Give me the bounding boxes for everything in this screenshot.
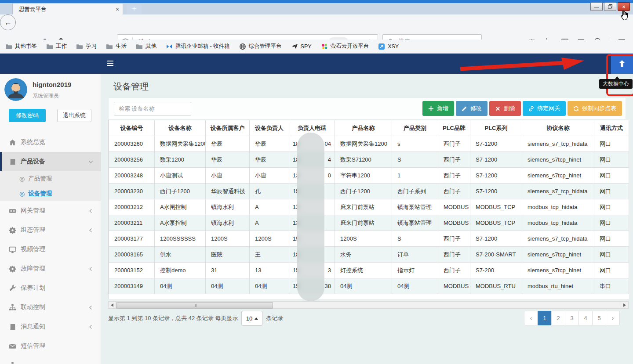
username: hignton2019	[33, 81, 71, 88]
table-row[interactable]: 200003152控制demo3113153灯控系统指示灯西门子S7-200si…	[109, 263, 629, 278]
column-header[interactable]: 通讯方式	[594, 120, 629, 136]
horizontal-scrollbar[interactable]	[108, 301, 629, 309]
browser-tab[interactable]: 思普云平台 ×	[12, 3, 123, 15]
ezviz-icon	[321, 43, 328, 50]
bookmark-mgmt-platform[interactable]: 综合管理平台	[239, 43, 282, 50]
column-header[interactable]: 产品名称	[335, 120, 392, 136]
user-role: 系统管理员	[33, 92, 59, 100]
sidebar-item-label: 产品管理	[28, 175, 52, 183]
page-button[interactable]: 4	[578, 311, 593, 325]
cell: 数采S71200	[335, 152, 392, 168]
cell: MODBUS_TCP	[470, 199, 522, 215]
bookmark-spy[interactable]: SPY	[291, 43, 312, 50]
bind-gateway-button[interactable]: 绑定网关	[523, 101, 566, 116]
cursor-hand-icon	[619, 10, 629, 21]
bigdata-tooltip: 大数据中心	[599, 79, 633, 89]
button-label: 新增	[437, 105, 448, 112]
sidebar-item-linkage-control[interactable]: 联动控制	[0, 298, 101, 317]
cell: 200003212	[109, 199, 155, 215]
bookmark-misc[interactable]: 其他	[136, 43, 156, 50]
table-row[interactable]: 200003165供水医院王18水务订单西门子S7-200-SMARTsieme…	[109, 247, 629, 263]
sidebar-item-label: 消息通知	[21, 323, 45, 331]
scroll-right-arrow[interactable]	[621, 302, 628, 308]
sidebar-item-scada-management[interactable]: 组态管理	[0, 220, 101, 240]
sidebar-item-message-notify[interactable]: 消息通知	[0, 317, 101, 336]
table-row[interactable]: 200003230西门子1200华辰智通科技孔15西门子1200西门子系列西门子…	[109, 184, 629, 199]
minimize-button[interactable]: —	[590, 2, 603, 11]
cell: 指示灯	[392, 263, 438, 278]
scroll-left-arrow[interactable]	[109, 302, 116, 308]
delete-button[interactable]: 删除	[489, 101, 521, 116]
cell: A水闸控制	[155, 199, 206, 215]
column-header[interactable]: 协议名称	[522, 120, 594, 136]
sidebar-item-product-management[interactable]: ◎产品管理	[0, 171, 101, 186]
edit-button[interactable]: 修改	[456, 101, 487, 116]
cell: 04测	[392, 278, 438, 294]
folder-icon	[5, 43, 12, 50]
column-header[interactable]: PLC系列	[470, 120, 522, 136]
sidebar-collapse-icon[interactable]	[107, 61, 113, 66]
table-row[interactable]: 200003211A水泵控制镇海水利A13庶来门前泵站镇海泵站管理MODBUSM…	[109, 215, 629, 231]
column-header[interactable]: PLC品牌	[438, 120, 470, 136]
sidebar-item-label: 产品设备	[21, 158, 45, 166]
sidebar-item-product-device[interactable]: 产品设备	[0, 152, 101, 171]
sidebar-item-clipped[interactable]	[0, 356, 101, 364]
page-size-dropdown[interactable]: 10	[241, 311, 262, 326]
column-header[interactable]: 设备所属客户	[206, 120, 250, 136]
cell: 华辰	[250, 152, 289, 168]
table-row[interactable]: 200003248小唐测试小唐小唐130字符串12001西门子S7-1200si…	[109, 168, 629, 184]
cell: 网口	[594, 215, 629, 231]
column-header[interactable]: 设备负责人	[250, 120, 289, 136]
sidebar-item-label: 系统总览	[21, 138, 45, 146]
new-tab-button[interactable]: +	[127, 4, 142, 14]
column-header[interactable]: 产品类别	[392, 120, 438, 136]
cell: siemens_s7tcp_hinet	[522, 168, 594, 184]
bookmark-ezviz[interactable]: 萤石云开放平台	[321, 43, 369, 50]
maximize-button[interactable]	[604, 2, 616, 11]
cell: 网口	[594, 231, 629, 247]
cell: 西门子1200	[155, 184, 206, 199]
sidebar-item-sms-management[interactable]: 短信管理	[0, 336, 101, 356]
table-row[interactable]: 200003212A水闸控制镇海水利A13庶来门前泵站镇海泵站管理MODBUSM…	[109, 199, 629, 215]
sidebar-item-device-management[interactable]: ◎设备管理	[0, 186, 101, 201]
page-button[interactable]: 1	[538, 311, 552, 325]
bookmark-life[interactable]: 生活	[106, 43, 127, 50]
bookmark-work[interactable]: 工作	[46, 43, 67, 50]
cell: 串口	[594, 278, 629, 294]
user-avatar[interactable]	[4, 78, 27, 101]
next-page-button[interactable]: ›	[606, 311, 620, 325]
table-row[interactable]: 2000031771200SSSSSS1200S1200S151200SS西门子…	[109, 231, 629, 247]
sidebar-item-system-overview[interactable]: 系统总览	[0, 133, 101, 152]
table-row[interactable]: 20000314904测04测04测153804测04测MODBUSMODBUS…	[109, 278, 629, 294]
page-button[interactable]: 3	[565, 311, 579, 325]
cell: S7-1200	[470, 152, 522, 168]
cell: 网口	[594, 247, 629, 263]
table-row[interactable]: 200003256数采1200华辰华辰184数采S71200S西门子S7-120…	[109, 152, 629, 168]
bookmark-study[interactable]: 学习	[76, 43, 97, 50]
prev-page-button[interactable]: ‹	[524, 311, 538, 325]
caret-up-icon	[255, 317, 258, 320]
bookmark-tencent-mail[interactable]: 腾讯企业邮箱 - 收件箱	[166, 43, 230, 50]
bookmark-xsy[interactable]: XSY	[378, 43, 399, 50]
cell: 西门子	[438, 152, 470, 168]
sidebar-item-video-management[interactable]: 视频管理	[0, 240, 101, 259]
change-password-button[interactable]: 修改密码	[9, 109, 46, 122]
table-row[interactable]: 200003260数据网关采集1200华辰华辰1804数据网关采集1200s西门…	[109, 136, 629, 152]
bookmark-label: 学习	[86, 43, 97, 50]
sidebar-item-gateway-management[interactable]: 网关管理	[0, 201, 101, 220]
add-button[interactable]: 新增	[422, 101, 454, 116]
column-header[interactable]: 设备编号	[109, 120, 155, 136]
column-header[interactable]: 设备名称	[155, 120, 206, 136]
device-search-input[interactable]	[114, 102, 191, 115]
back-button[interactable]: ←	[0, 14, 16, 30]
page-button[interactable]: 2	[551, 311, 565, 325]
sidebar-item-maintenance-plan[interactable]: 保养计划	[0, 278, 101, 298]
force-sync-button[interactable]: 强制同步点表	[568, 101, 622, 116]
page-button[interactable]: 5	[592, 311, 606, 325]
scrollbar-thumb[interactable]	[116, 302, 273, 309]
bookmark-other[interactable]: 其他书签	[5, 43, 37, 50]
tab-close-icon[interactable]: ×	[112, 6, 123, 13]
logout-button[interactable]: 退出系统	[57, 109, 91, 122]
cell: 订单	[392, 247, 438, 263]
sidebar-item-fault-management[interactable]: 故障管理	[0, 259, 101, 278]
